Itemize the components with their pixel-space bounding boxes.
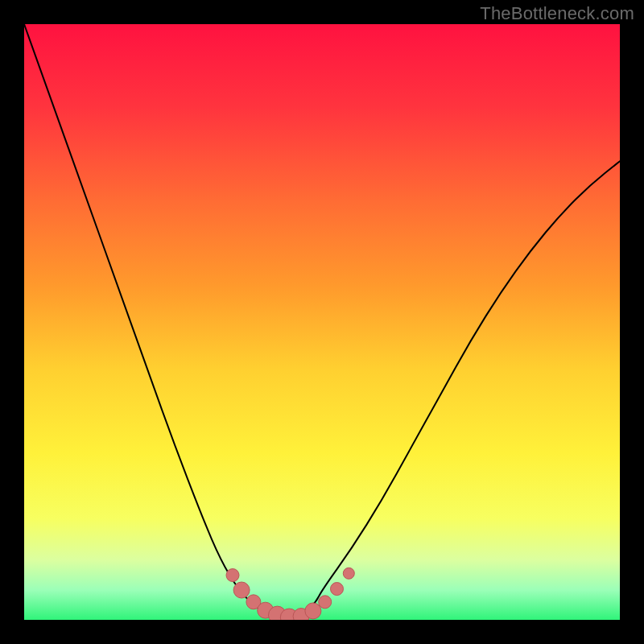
watermark-text: TheBottleneck.com	[480, 3, 634, 24]
data-point	[305, 603, 321, 619]
chart-container: TheBottleneck.com	[0, 0, 644, 644]
data-point	[331, 583, 344, 596]
gradient-background	[24, 24, 620, 620]
chart-svg	[24, 24, 620, 620]
plot-area	[24, 24, 620, 620]
data-point	[319, 596, 332, 609]
data-point	[226, 569, 239, 582]
data-point	[343, 568, 354, 579]
data-point	[233, 582, 250, 598]
